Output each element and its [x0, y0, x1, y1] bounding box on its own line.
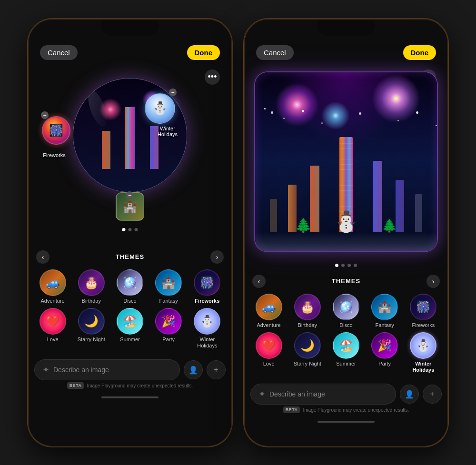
phone2-done-button[interactable]: Done: [403, 45, 436, 60]
phone1-beta-text: Image Playground may create unexpected r…: [87, 383, 193, 388]
phone2-theme-fantasy[interactable]: 🏰 Fantasy: [368, 294, 401, 328]
phone2-status-dot-1: [341, 26, 343, 29]
phone2-theme-fireworks-label: Fireworks: [412, 322, 435, 328]
winter-remove-btn[interactable]: −: [169, 89, 177, 96]
phone2-sparkle-icon: ✦: [258, 389, 266, 399]
phone2-theme-party-label: Party: [378, 361, 391, 367]
theme-fireworks-icon: 🎆: [194, 269, 220, 296]
phone2-theme-party-icon: 🎉: [371, 332, 398, 359]
theme-love-icon: ❤️: [40, 308, 66, 335]
phone2-theme-adventure[interactable]: 🚙 Adventure: [252, 294, 286, 328]
status-dot-3: [133, 26, 136, 29]
theme-winter[interactable]: ⛄ Winter Holidays: [190, 308, 224, 349]
phone2-themes-grid: 🚙 Adventure 🎂 Birthday 🪩 Disco 🏰: [245, 290, 447, 377]
phone2-theme-starry[interactable]: 🌙 Starry Night: [291, 332, 324, 373]
phone2-person-icon: 👤: [405, 390, 414, 399]
phone2-themes-header: ‹ THEMES ›: [245, 273, 447, 290]
theme-fireworks-label: Fireworks: [195, 298, 219, 304]
phone2-next-chevron-icon: ›: [432, 277, 435, 285]
phone2-theme-disco[interactable]: 🪩 Disco: [329, 294, 363, 328]
phone2-theme-adventure-label: Adventure: [257, 322, 281, 328]
phone1-input-placeholder: Describe an image: [53, 366, 109, 374]
status-dot-1: [125, 26, 127, 29]
theme-fantasy[interactable]: 🏰 Fantasy: [152, 269, 185, 304]
theme-adventure[interactable]: 🚙 Adventure: [36, 269, 69, 304]
phone1-cancel-button[interactable]: Cancel: [40, 45, 78, 60]
phone2-describe-input[interactable]: ✦ Describe an image: [250, 384, 396, 405]
theme-starry-icon: 🌙: [78, 308, 105, 335]
phone1-beta-badge: BETA: [67, 382, 84, 389]
phone2-theme-birthday[interactable]: 🎂 Birthday: [291, 294, 324, 328]
theme-birthday[interactable]: 🎂 Birthday: [75, 269, 108, 304]
phone1-canvas: 🎆 − Fireworks: [29, 64, 231, 245]
phone2-cancel-button[interactable]: Cancel: [256, 45, 294, 60]
phone2-theme-summer[interactable]: 🏖️ Summer: [329, 332, 363, 373]
phone2-theme-fireworks[interactable]: 🎆 Fireworks: [407, 294, 440, 328]
phone1-themes-title: THEMES: [116, 253, 144, 260]
phone2-beta-text: Image Playground may create unexpected r…: [303, 407, 409, 413]
phone2-input-row: ✦ Describe an image 👤 +: [250, 384, 442, 405]
theme-winter-icon: ⛄: [194, 308, 220, 335]
phone2-bottom-bar: ✦ Describe an image 👤 + BETA Image Playg…: [245, 381, 447, 419]
theme-adventure-icon: 🚙: [40, 269, 66, 296]
theme-disco-icon: 🪩: [117, 269, 143, 296]
theme-party[interactable]: 🎉 Party: [152, 308, 185, 349]
phone1-describe-input[interactable]: ✦ Describe an image: [34, 359, 180, 380]
theme-birthday-icon: 🎂: [78, 269, 105, 296]
bottom-remove-btn[interactable]: −: [126, 191, 133, 199]
phone2-person-btn[interactable]: 👤: [400, 385, 419, 404]
theme-love[interactable]: ❤️ Love: [36, 308, 69, 349]
fireworks-remove-btn[interactable]: −: [41, 111, 49, 119]
phone2-themes-prev-btn[interactable]: ‹: [252, 275, 266, 288]
theme-disco-label: Disco: [123, 298, 137, 304]
phone2-theme-love[interactable]: ❤️ Love: [252, 332, 286, 373]
phone1-plus-btn[interactable]: +: [207, 360, 226, 379]
phone2-dot-3: [347, 264, 351, 267]
theme-summer[interactable]: 🏖️ Summer: [113, 308, 147, 349]
phone2-prev-chevron-icon: ‹: [258, 277, 260, 285]
winter-thumbnail[interactable]: ⛄: [145, 93, 175, 124]
next-chevron-icon: ›: [216, 253, 218, 261]
phone2-dots-indicator: [245, 260, 447, 269]
dot-active: [122, 228, 126, 231]
theme-love-label: Love: [47, 336, 59, 343]
phone2-theme-disco-icon: 🪩: [333, 294, 359, 320]
theme-winter-label: Winter Holidays: [190, 336, 224, 349]
phone2-theme-adventure-icon: 🚙: [256, 294, 282, 320]
phone1-input-row: ✦ Describe an image 👤 +: [34, 359, 226, 380]
phone1-beta-row: BETA Image Playground may create unexpec…: [34, 382, 226, 391]
theme-starry[interactable]: 🌙 Starry Night: [75, 308, 108, 349]
dot-2: [129, 228, 132, 231]
phone1-themes-prev-btn[interactable]: ‹: [36, 250, 50, 264]
fireworks-thumbnail[interactable]: 🎆: [42, 116, 70, 145]
phone2-themes-next-btn[interactable]: ›: [426, 275, 440, 288]
phone2-main-image[interactable]: 🌲 🌲 ⛄: [254, 71, 438, 252]
phone1-done-button[interactable]: Done: [187, 45, 220, 60]
theme-birthday-label: Birthday: [82, 298, 101, 304]
winter-label: WinterHolidays: [149, 126, 187, 137]
theme-fireworks[interactable]: 🎆 Fireworks: [190, 269, 224, 304]
dot-3: [135, 228, 138, 231]
phone2-theme-birthday-label: Birthday: [298, 322, 317, 328]
phone2-theme-party[interactable]: 🎉 Party: [368, 332, 401, 373]
phone2-dot-1: [335, 264, 338, 267]
phone2-theme-winter-label: Winter Holidays: [407, 361, 440, 373]
phone1-themes-next-btn[interactable]: ›: [210, 250, 224, 264]
phone-2: Cancel Done •••: [244, 19, 448, 447]
phone2-theme-summer-label: Summer: [336, 361, 356, 367]
theme-fantasy-label: Fantasy: [159, 298, 178, 304]
phone2-theme-winter-icon: ⛄: [410, 332, 436, 359]
phone2-theme-birthday-icon: 🎂: [294, 294, 321, 320]
phone2-dot-2: [341, 264, 345, 267]
phone2-plus-btn[interactable]: +: [423, 385, 442, 404]
phone2-theme-fantasy-icon: 🏰: [371, 294, 398, 320]
theme-disco[interactable]: 🪩 Disco: [113, 269, 147, 304]
phone1-themes-row2: ❤️ Love 🌙 Starry Night 🏖️ Summer 🎉: [34, 308, 226, 349]
phone1-person-btn[interactable]: 👤: [184, 360, 203, 379]
phone2-theme-winter[interactable]: ⛄ Winter Holidays: [407, 332, 440, 373]
phone2-status-bar: [341, 26, 352, 29]
phone2-beta-row: BETA Image Playground may create unexpec…: [250, 406, 442, 415]
phone2-home-indicator: [317, 421, 375, 423]
fireworks-label: Fireworks: [33, 152, 75, 158]
phone2-theme-disco-label: Disco: [339, 322, 353, 328]
